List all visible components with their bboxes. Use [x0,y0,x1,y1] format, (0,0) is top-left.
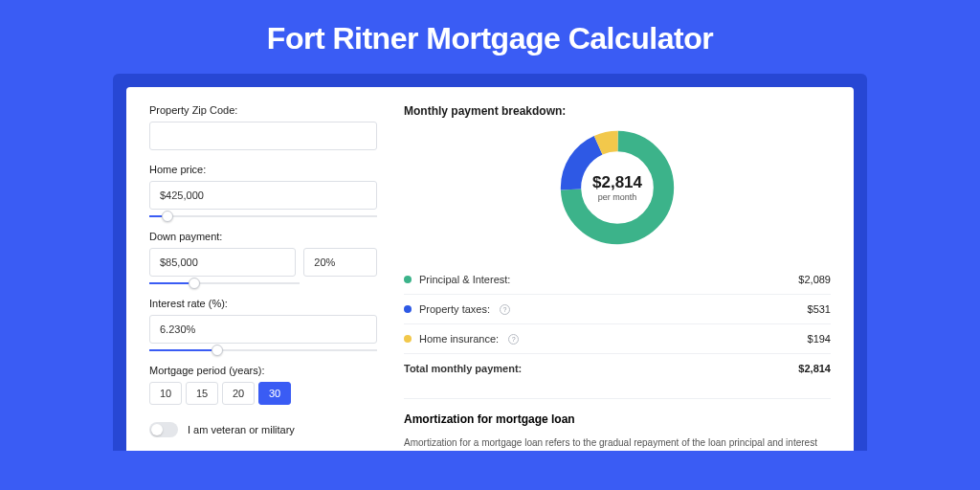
breakdown-title: Monthly payment breakdown: [404,104,831,118]
legend-total-value: $2,814 [798,363,831,374]
zip-group: Property Zip Code: [149,104,377,150]
results-panel: Monthly payment breakdown: $2,814 per mo… [394,87,854,451]
legend-label: Home insurance: [419,333,499,345]
card-container: Property Zip Code: Home price: Down paym… [113,74,867,451]
legend-row: Principal & Interest:$2,089 [404,265,831,294]
price-input[interactable] [149,181,377,210]
amortization-section: Amortization for mortgage loan Amortizat… [404,398,831,451]
legend-value: $2,089 [798,274,831,285]
rate-input[interactable] [149,315,377,344]
period-label: Mortgage period (years): [149,365,377,376]
veteran-row: I am veteran or military [149,422,377,437]
donut-sub: per month [592,192,642,202]
period-btn-15[interactable]: 15 [186,382,218,405]
info-icon[interactable]: ? [500,304,510,315]
price-label: Home price: [149,164,377,175]
amortization-text: Amortization for a mortgage loan refers … [404,435,831,451]
price-slider[interactable] [149,215,377,217]
price-group: Home price: [149,164,377,217]
rate-slider[interactable] [149,349,377,351]
legend-dot [404,305,412,313]
veteran-label: I am veteran or military [188,424,295,435]
period-options: 10152030 [149,382,377,405]
amortization-title: Amortization for mortgage loan [404,412,831,426]
period-btn-10[interactable]: 10 [149,382,182,405]
legend-label: Principal & Interest: [419,274,510,285]
period-btn-30[interactable]: 30 [258,382,291,405]
legend-row: Home insurance:?$194 [404,323,831,353]
legend-dot [404,276,412,283]
calculator-card: Property Zip Code: Home price: Down paym… [126,87,854,451]
legend-total-row: Total monthly payment: $2,814 [404,353,831,383]
legend-row: Property taxes:?$531 [404,294,831,323]
period-btn-20[interactable]: 20 [222,382,255,405]
price-slider-thumb[interactable] [162,211,173,222]
down-amount-input[interactable] [149,248,296,277]
legend-dot [404,335,412,343]
zip-input[interactable] [149,122,377,150]
legend-total-label: Total monthly payment: [404,363,522,374]
down-group: Down payment: [149,231,377,284]
legend-value: $531 [808,303,831,315]
down-pct-input[interactable] [303,248,377,277]
legend: Principal & Interest:$2,089Property taxe… [404,265,831,353]
down-slider-thumb[interactable] [189,278,200,289]
legend-label: Property taxes: [419,303,490,315]
rate-slider-thumb[interactable] [212,345,223,356]
zip-label: Property Zip Code: [149,104,377,116]
donut-chart: $2,814 per month [404,129,831,246]
rate-group: Interest rate (%): [149,298,377,351]
donut-amount: $2,814 [592,173,642,192]
rate-label: Interest rate (%): [149,298,377,309]
legend-value: $194 [808,333,831,345]
down-label: Down payment: [149,231,377,242]
period-group: Mortgage period (years): 10152030 [149,365,377,405]
info-icon[interactable]: ? [508,334,519,345]
page-title: Fort Ritner Mortgage Calculator [0,0,980,74]
inputs-panel: Property Zip Code: Home price: Down paym… [126,87,394,451]
down-slider[interactable] [149,282,300,284]
veteran-toggle[interactable] [149,422,178,437]
